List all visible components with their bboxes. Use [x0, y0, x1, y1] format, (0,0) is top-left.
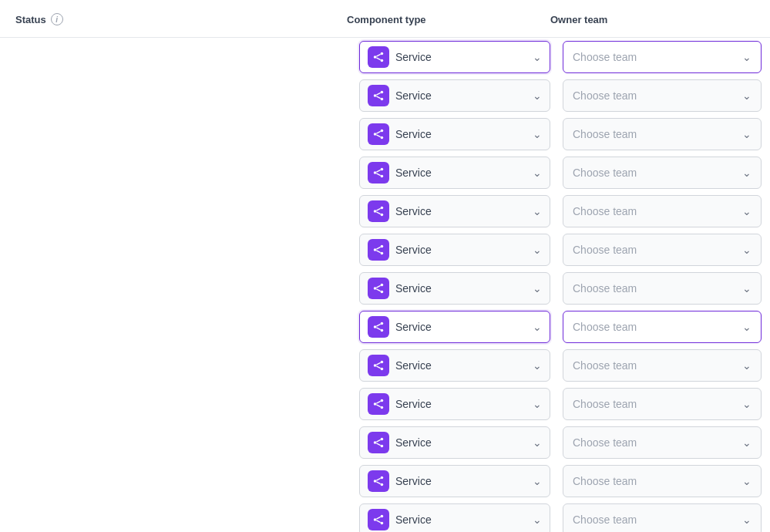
- component-type-select-wrapper: Service⌄: [359, 426, 550, 459]
- owner-team-value: Choose team: [573, 205, 736, 217]
- component-type-select-wrapper: Service⌄: [359, 234, 550, 266]
- svg-line-39: [376, 328, 380, 330]
- owner-team-select-wrapper: Choose team⌄: [563, 465, 762, 497]
- svg-point-0: [374, 56, 377, 59]
- status-info-icon[interactable]: i: [51, 13, 63, 25]
- owner-team-select-wrapper: Choose team⌄: [563, 388, 762, 420]
- svg-point-5: [374, 94, 377, 97]
- svg-line-24: [376, 212, 380, 214]
- component-type-select[interactable]: Service⌄: [359, 41, 550, 73]
- component-type-chevron-icon: ⌄: [533, 475, 542, 487]
- component-type-label: Component type: [347, 14, 426, 25]
- svg-line-13: [376, 131, 380, 133]
- service-icon: [368, 432, 389, 453]
- svg-point-15: [374, 171, 377, 174]
- component-type-select[interactable]: Service⌄: [359, 311, 550, 343]
- svg-line-59: [376, 482, 380, 484]
- table-row: Service⌄Choose team⌄: [0, 115, 770, 153]
- component-type-value: Service: [395, 244, 526, 256]
- table-row: Service⌄Choose team⌄: [0, 385, 770, 423]
- component-type-chevron-icon: ⌄: [533, 167, 542, 179]
- component-type-select[interactable]: Service⌄: [359, 349, 550, 382]
- component-type-select[interactable]: Service⌄: [359, 234, 550, 266]
- service-icon: [368, 85, 389, 106]
- owner-team-select-wrapper: Choose team⌄: [563, 272, 762, 305]
- owner-team-select[interactable]: Choose team⌄: [563, 41, 762, 73]
- owner-team-select[interactable]: Choose team⌄: [563, 465, 762, 497]
- svg-point-21: [381, 207, 384, 210]
- svg-point-2: [381, 59, 384, 62]
- svg-point-51: [381, 438, 384, 441]
- component-type-select[interactable]: Service⌄: [359, 79, 550, 112]
- table-row: Service⌄Choose team⌄: [0, 269, 770, 308]
- component-type-select[interactable]: Service⌄: [359, 157, 550, 189]
- component-type-select[interactable]: Service⌄: [359, 465, 550, 497]
- service-icon: [368, 200, 389, 222]
- service-icon: [368, 355, 389, 376]
- owner-team-select-wrapper: Choose team⌄: [563, 349, 762, 382]
- owner-team-select-wrapper: Choose team⌄: [563, 41, 762, 73]
- svg-line-64: [376, 520, 380, 523]
- component-type-value: Service: [395, 205, 526, 217]
- svg-point-26: [381, 245, 384, 248]
- svg-line-48: [376, 401, 380, 403]
- component-type-value: Service: [395, 128, 526, 140]
- table-row: Service⌄Choose team⌄: [0, 308, 770, 346]
- owner-team-select[interactable]: Choose team⌄: [563, 195, 762, 227]
- svg-point-25: [374, 248, 377, 251]
- component-type-chevron-icon: ⌄: [533, 321, 542, 333]
- svg-point-47: [381, 406, 384, 409]
- owner-team-select[interactable]: Choose team⌄: [563, 234, 762, 266]
- component-type-value: Service: [395, 51, 526, 63]
- svg-point-30: [374, 287, 377, 290]
- svg-point-52: [381, 445, 384, 448]
- svg-point-46: [381, 399, 384, 402]
- svg-point-36: [381, 322, 384, 325]
- component-type-chevron-icon: ⌄: [533, 513, 542, 526]
- svg-point-1: [381, 52, 384, 56]
- component-type-select[interactable]: Service⌄: [359, 272, 550, 305]
- svg-point-27: [381, 252, 384, 255]
- component-type-select[interactable]: Service⌄: [359, 388, 550, 420]
- svg-point-11: [381, 130, 384, 133]
- owner-team-chevron-icon: ⌄: [742, 513, 752, 526]
- table-row: Service⌄Choose team⌄: [0, 231, 770, 269]
- owner-team-value: Choose team: [573, 167, 736, 179]
- owner-team-chevron-icon: ⌄: [742, 51, 752, 63]
- component-type-select[interactable]: Service⌄: [359, 118, 550, 150]
- owner-team-chevron-icon: ⌄: [742, 359, 752, 372]
- svg-point-50: [374, 441, 377, 444]
- component-type-select-wrapper: Service⌄: [359, 349, 550, 382]
- svg-line-63: [376, 517, 380, 519]
- component-type-chevron-icon: ⌄: [533, 282, 542, 295]
- owner-team-select[interactable]: Choose team⌄: [563, 388, 762, 420]
- owner-team-value: Choose team: [573, 398, 736, 410]
- owner-team-select[interactable]: Choose team⌄: [563, 79, 762, 112]
- svg-point-6: [381, 91, 384, 94]
- owner-team-select[interactable]: Choose team⌄: [563, 426, 762, 459]
- svg-point-55: [374, 480, 377, 483]
- table-row: Service⌄Choose team⌄: [0, 346, 770, 385]
- owner-team-select[interactable]: Choose team⌄: [563, 349, 762, 382]
- rows-container: Service⌄Choose team⌄ Service⌄Choose team…: [0, 38, 770, 532]
- owner-team-select[interactable]: Choose team⌄: [563, 503, 762, 532]
- service-icon: [368, 316, 389, 338]
- owner-team-select[interactable]: Choose team⌄: [563, 311, 762, 343]
- component-type-value: Service: [395, 89, 526, 102]
- owner-team-select[interactable]: Choose team⌄: [563, 157, 762, 189]
- component-type-chevron-icon: ⌄: [533, 51, 542, 63]
- owner-team-select-wrapper: Choose team⌄: [563, 79, 762, 112]
- component-type-select[interactable]: Service⌄: [359, 195, 550, 227]
- component-type-value: Service: [395, 321, 526, 333]
- svg-point-12: [381, 136, 384, 140]
- page-layout: Status i Component type Owner team Servi…: [0, 0, 770, 532]
- owner-team-select-wrapper: Choose team⌄: [563, 234, 762, 266]
- svg-point-10: [374, 133, 377, 136]
- owner-team-select[interactable]: Choose team⌄: [563, 272, 762, 305]
- svg-line-9: [376, 96, 380, 99]
- svg-line-38: [376, 324, 380, 326]
- component-type-select-wrapper: Service⌄: [359, 195, 550, 227]
- component-type-select[interactable]: Service⌄: [359, 426, 550, 459]
- owner-team-select[interactable]: Choose team⌄: [563, 118, 762, 150]
- component-type-select[interactable]: Service⌄: [359, 503, 550, 532]
